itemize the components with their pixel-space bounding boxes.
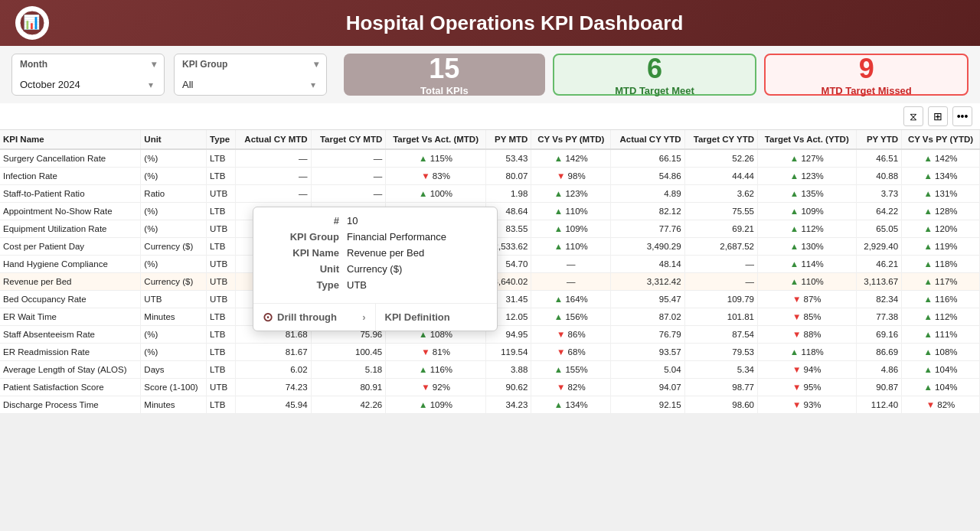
- cell-actual-cy-ytd: 93.57: [611, 344, 684, 361]
- cell-tvsa-mtd: ▼ 83%: [386, 168, 486, 185]
- cell-target-cy-ytd: 52.26: [684, 149, 757, 168]
- cell-target-cy-ytd: 75.55: [684, 203, 757, 220]
- cell-type: LTB: [207, 361, 236, 379]
- more-options-button[interactable]: •••: [952, 106, 972, 126]
- cell-unit: (%): [141, 149, 207, 168]
- cell-actual-cy-mtd: 45.94: [235, 396, 311, 414]
- drill-through-chevron-icon: ›: [362, 311, 365, 323]
- table-view-button[interactable]: ⊞: [928, 106, 948, 126]
- drill-through-button[interactable]: ⊙ Drill through ›: [253, 304, 376, 331]
- month-filter[interactable]: Month ▾ October 2024 ▾: [11, 54, 165, 96]
- cell-actual-cy-ytd: 76.79: [611, 326, 684, 344]
- cell-cy-vs-py-ytd: ▲ 104%: [902, 379, 980, 396]
- cell-actual-cy-ytd: 4.89: [611, 185, 684, 203]
- cell-tvsa-ytd: ▲ 135%: [758, 185, 857, 203]
- cell-type: LTB: [207, 238, 236, 256]
- col-header-cy-vs-py-mtd: CY Vs PY (MTD): [531, 130, 611, 149]
- cell-unit: Currency ($): [141, 238, 207, 256]
- tooltip-row-unit: Unit Currency ($): [263, 263, 488, 275]
- cell-tvsa-ytd: ▼ 95%: [758, 379, 857, 396]
- cell-cy-vs-py-mtd: ▼ 98%: [531, 168, 611, 185]
- kpi-group-value: All ▾: [182, 79, 318, 90]
- up-arrow-icon: ▲: [790, 189, 799, 198]
- up-arrow-icon: ▲: [419, 365, 427, 374]
- page-title: Hospital Operations KPI Dashboard: [64, 11, 965, 35]
- cell-py-ytd: 86.69: [856, 344, 901, 361]
- tooltip-kpi-group-label: KPI Group: [263, 231, 339, 243]
- tooltip-unit-label: Unit: [263, 263, 339, 275]
- cell-cy-vs-py-ytd: ▲ 108%: [902, 344, 980, 361]
- cell-target-cy-ytd: 2,687.52: [684, 238, 757, 256]
- cell-kpi-name: Discharge Process Time: [0, 396, 141, 414]
- cell-target-cy-ytd: 98.77: [684, 379, 757, 396]
- cell-type: UTB: [207, 185, 236, 203]
- cell-kpi-name: Appointment No-Show Rate: [0, 203, 141, 220]
- up-arrow-icon: ▲: [924, 207, 933, 216]
- cell-kpi-name: Infection Rate: [0, 168, 141, 185]
- table-row[interactable]: Patient Satisfaction Score Score (1-100)…: [0, 379, 980, 396]
- cell-actual-cy-ytd: 77.76: [611, 220, 684, 238]
- cell-cy-vs-py-mtd: ▲ 142%: [531, 149, 611, 168]
- up-arrow-icon: ▲: [419, 189, 427, 198]
- up-arrow-icon: ▲: [554, 295, 563, 304]
- cell-unit: Minutes: [141, 396, 207, 414]
- cell-unit: (%): [141, 168, 207, 185]
- cell-cy-vs-py-ytd: ▲ 119%: [902, 238, 980, 256]
- col-header-actual-cy-ytd: Actual CY YTD: [611, 130, 684, 149]
- cell-py-mtd: 53.43: [485, 149, 531, 168]
- cell-tvsa-ytd: ▲ 110%: [758, 273, 857, 291]
- cell-target-cy-ytd: 98.60: [684, 396, 757, 414]
- kpi-group-filter[interactable]: KPI Group ▾ All ▾: [174, 54, 327, 96]
- svg-text:📊: 📊: [23, 14, 41, 31]
- col-header-type: Type: [207, 130, 236, 149]
- cell-target-cy-ytd: 44.44: [684, 168, 757, 185]
- month-filter-value: October 2024 ▾: [20, 79, 156, 90]
- cell-tvsa-ytd: ▲ 109%: [758, 203, 857, 220]
- cell-cy-vs-py-mtd: ▼ 82%: [531, 379, 611, 396]
- cell-tvsa-mtd: ▲ 100%: [386, 185, 486, 203]
- down-arrow-icon: ▼: [792, 295, 801, 304]
- up-arrow-icon: ▲: [924, 154, 933, 163]
- cell-unit: (%): [141, 256, 207, 273]
- cell-cy-vs-py-mtd: ▲ 155%: [531, 361, 611, 379]
- month-filter-label: Month ▾: [20, 59, 156, 70]
- col-header-tvsa-mtd: Target Vs Act. (MTD): [386, 130, 486, 149]
- cell-unit: Currency ($): [141, 273, 207, 291]
- up-arrow-icon: ▲: [790, 242, 799, 251]
- cell-tvsa-ytd: ▲ 112%: [758, 220, 857, 238]
- cell-type: UTB: [207, 256, 236, 273]
- cell-type: UTB: [207, 291, 236, 308]
- cell-cy-vs-py-mtd: ▲ 110%: [531, 203, 611, 220]
- kpi-definition-button[interactable]: KPI Definition: [376, 304, 498, 331]
- filter-button[interactable]: ⧖: [903, 106, 923, 126]
- cell-actual-cy-ytd: 5.04: [611, 361, 684, 379]
- cell-target-cy-mtd: 42.26: [311, 396, 386, 414]
- cell-py-ytd: 64.22: [856, 203, 901, 220]
- cell-kpi-name: Cost per Patient Day: [0, 238, 141, 256]
- cell-actual-cy-ytd: 87.02: [611, 308, 684, 326]
- up-arrow-icon: ▲: [924, 171, 933, 181]
- kpi-group-chevron-icon: ▾: [314, 59, 318, 70]
- down-arrow-icon: ▼: [421, 347, 430, 357]
- down-arrow-icon: ▼: [792, 312, 801, 321]
- cell-py-ytd: 46.21: [856, 256, 901, 273]
- up-arrow-icon: ▲: [924, 259, 933, 269]
- cell-tvsa-ytd: ▼ 87%: [758, 291, 857, 308]
- cell-tvsa-ytd: ▲ 123%: [758, 168, 857, 185]
- table-row[interactable]: Surgery Cancellation Rate (%) LTB — — ▲ …: [0, 149, 980, 168]
- cell-kpi-name: Staff Absenteeism Rate: [0, 326, 141, 344]
- col-header-py-mtd: PY MTD: [485, 130, 531, 149]
- down-arrow-icon: ▼: [557, 347, 565, 357]
- table-row[interactable]: Discharge Process Time Minutes LTB 45.94…: [0, 396, 980, 414]
- cell-actual-cy-ytd: 94.07: [611, 379, 684, 396]
- cell-target-cy-ytd: 5.34: [684, 361, 757, 379]
- cell-actual-cy-mtd: 81.67: [235, 344, 311, 361]
- table-row[interactable]: Infection Rate (%) LTB — — ▼ 83% 80.07 ▼…: [0, 168, 980, 185]
- cell-py-ytd: 69.16: [856, 326, 901, 344]
- table-row[interactable]: ER Readmission Rate (%) LTB 81.67 100.45…: [0, 344, 980, 361]
- table-row[interactable]: Staff-to-Patient Ratio Ratio UTB — — ▲ 1…: [0, 185, 980, 203]
- tooltip-row-number: # 10: [263, 215, 488, 226]
- tooltip-kpi-name-label: KPI Name: [263, 247, 339, 259]
- cell-unit: Ratio: [141, 185, 207, 203]
- table-row[interactable]: Average Length of Stay (ALOS) Days LTB 6…: [0, 361, 980, 379]
